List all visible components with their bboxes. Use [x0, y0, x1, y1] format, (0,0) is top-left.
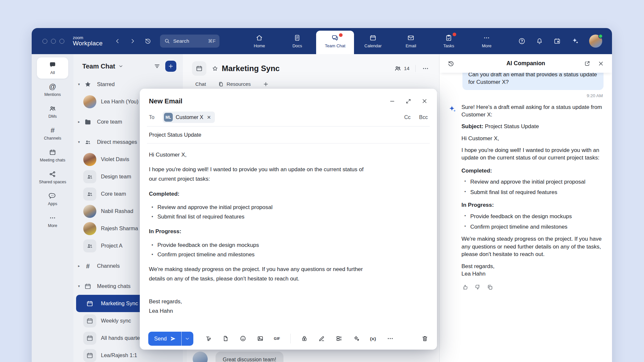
back-icon[interactable]: [114, 38, 121, 44]
paragraph: I hope you're doing well! I wanted to pr…: [461, 146, 604, 162]
search-icon: [164, 38, 170, 44]
hash-icon: #: [83, 263, 92, 269]
message-timestamp: 9:20 AM: [447, 93, 603, 98]
people-icon: [83, 139, 92, 146]
caret-down-icon[interactable]: ▾: [76, 82, 83, 86]
nav-item-calendar[interactable]: Calendar: [354, 28, 392, 54]
thumbs-up-icon[interactable]: [462, 284, 469, 291]
thumbs-down-icon[interactable]: [474, 284, 481, 291]
chat-list-title[interactable]: Team Chat: [82, 63, 115, 70]
people-o-icon: [49, 105, 56, 113]
delete-draft-icon[interactable]: [421, 335, 428, 342]
caret-right-icon[interactable]: ▸: [76, 264, 83, 268]
bullet-item: Submit final list of required features: [461, 189, 604, 196]
emoji-icon[interactable]: [239, 335, 247, 342]
send-button[interactable]: Send: [148, 332, 181, 346]
insert-image-icon[interactable]: [257, 335, 264, 342]
tab-chat[interactable]: Chat: [195, 81, 206, 87]
signature-icon[interactable]: [318, 335, 325, 342]
caret-right-icon[interactable]: ▸: [76, 120, 83, 124]
email-body-editor[interactable]: Hi Customer X,I hope you're doing well! …: [140, 143, 374, 316]
history-icon[interactable]: [447, 60, 455, 67]
search-placeholder: Search: [173, 38, 189, 44]
close-icon[interactable]: [421, 98, 428, 104]
nav-item-team-chat[interactable]: Team Chat: [316, 31, 354, 54]
nav-item-home[interactable]: Home: [240, 28, 278, 54]
gif-icon[interactable]: GIF: [274, 337, 280, 340]
caret-down-icon[interactable]: ▾: [76, 284, 83, 288]
tab-resources[interactable]: Resources: [218, 81, 251, 87]
sidebar-item-apps[interactable]: Apps: [37, 189, 68, 210]
window-controls[interactable]: [42, 39, 64, 44]
subject-field[interactable]: Project Status Update: [140, 127, 437, 143]
chat-item-label: Rajesh Sharma: [101, 225, 138, 232]
online-status-dot: [598, 34, 603, 38]
bullet-item: Confirm project timeline and milestones: [149, 250, 365, 259]
open-in-new-icon[interactable]: [584, 60, 590, 67]
cal-badge-icon[interactable]: [553, 37, 561, 45]
home-icon: [255, 34, 263, 42]
ai-conversation[interactable]: Can you draft an email that provides a s…: [440, 73, 612, 362]
close-icon[interactable]: [598, 60, 604, 67]
nav-item-email[interactable]: Email: [392, 28, 430, 54]
chat-item-label: All hands quarterly: [101, 335, 146, 341]
window-minimize-button[interactable]: [51, 39, 56, 44]
chat-item-label: Core team: [101, 191, 126, 197]
copy-icon[interactable]: [487, 284, 493, 291]
window-close-button[interactable]: [42, 39, 47, 44]
star-outline-icon[interactable]: [212, 65, 218, 72]
nav-item-tasks[interactable]: Tasks: [430, 28, 468, 54]
sparkle-icon[interactable]: [571, 37, 579, 45]
bcc-button[interactable]: Bcc: [419, 114, 428, 120]
sidebar-item-all[interactable]: All: [37, 57, 68, 79]
forward-icon[interactable]: [129, 38, 136, 44]
cc-button[interactable]: Cc: [404, 114, 411, 120]
ai-compose-icon[interactable]: [353, 335, 360, 342]
minimize-icon[interactable]: [389, 98, 395, 104]
avatar[interactable]: [193, 352, 208, 362]
variables-icon[interactable]: {x}: [370, 336, 376, 341]
nav-item-more[interactable]: More: [468, 28, 506, 54]
recipient-chip[interactable]: ML Customer X ✕: [163, 112, 215, 123]
user-avatar[interactable]: [589, 35, 602, 48]
attach-file-icon[interactable]: [222, 335, 229, 342]
nav-item-label: More: [482, 43, 491, 48]
text-format-icon[interactable]: [205, 335, 212, 342]
bullet-item: Review and approve the initial project p…: [149, 203, 365, 212]
tab-add-button[interactable]: [263, 81, 269, 87]
help-icon[interactable]: [518, 37, 526, 45]
members-button[interactable]: 14: [394, 65, 410, 72]
window-zoom-button[interactable]: [59, 39, 64, 44]
search-input[interactable]: Search ⌘F: [160, 35, 219, 48]
sidebar-item-meeting-chats[interactable]: Meeting chats: [37, 145, 68, 166]
hash-icon: #: [51, 127, 55, 134]
new-email-modal: New Email To ML Customer X ✕ Cc Bcc Proj…: [140, 89, 437, 350]
more-options-icon[interactable]: [386, 335, 394, 342]
sidebar-item-more[interactable]: More: [37, 210, 68, 232]
nav-item-docs[interactable]: Docs: [278, 28, 316, 54]
share-icon: [49, 170, 56, 178]
chat-item-label: Lea Hanh (You): [101, 98, 138, 105]
chevron-down-icon[interactable]: [118, 64, 123, 69]
calendar-icon: [83, 297, 96, 310]
sidebar-item-channels[interactable]: #Channels: [37, 123, 68, 144]
chat-item-label: Channels: [97, 263, 120, 269]
add-chat-button[interactable]: [165, 61, 176, 72]
app-logo: zoom Workplace: [73, 36, 103, 47]
remove-recipient-icon[interactable]: ✕: [206, 114, 212, 120]
encrypt-icon[interactable]: [301, 335, 308, 342]
sidebar-item-dms[interactable]: DMs: [37, 101, 68, 122]
paragraph: Hi Customer X,: [461, 135, 604, 142]
docs-icon: [293, 34, 301, 42]
template-icon[interactable]: [335, 335, 343, 342]
sidebar-item-mentions[interactable]: @Mentions: [37, 79, 68, 100]
filter-icon[interactable]: [153, 63, 161, 70]
send-options-dropdown[interactable]: [181, 332, 193, 346]
history-icon[interactable]: [144, 38, 152, 45]
sidebar-item-shared-spaces[interactable]: Shared spaces: [37, 167, 68, 188]
more-options-icon[interactable]: [422, 65, 429, 72]
expand-icon[interactable]: [405, 98, 411, 104]
logo-line2: Workplace: [73, 40, 103, 47]
caret-down-icon[interactable]: ▾: [76, 140, 83, 144]
bell-icon[interactable]: [536, 37, 543, 45]
